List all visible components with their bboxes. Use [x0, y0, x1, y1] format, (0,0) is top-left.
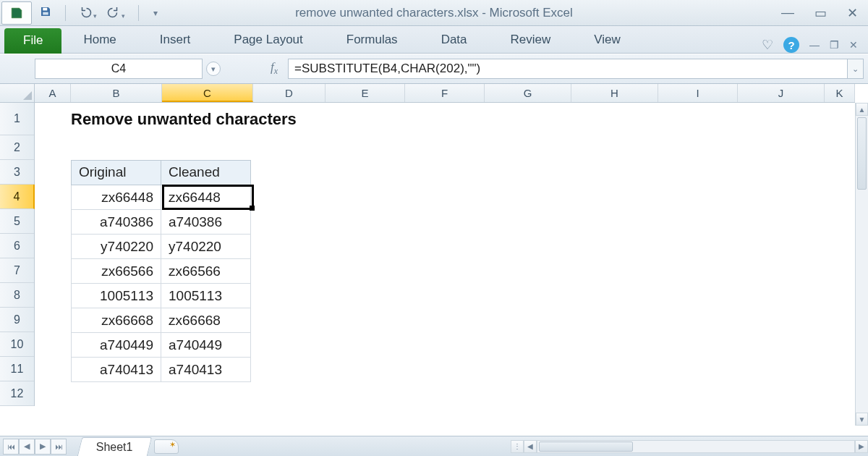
- col-header-K[interactable]: K: [825, 84, 855, 102]
- insert-function-icon[interactable]: fx: [271, 60, 278, 77]
- help-icon[interactable]: ?: [783, 37, 799, 53]
- minimize-icon[interactable]: ―: [781, 5, 794, 21]
- row-header-7[interactable]: 7: [0, 258, 34, 283]
- header-original[interactable]: Original: [72, 161, 161, 185]
- row-header-5[interactable]: 5: [0, 209, 34, 234]
- file-tab[interactable]: File: [4, 28, 61, 54]
- cell-cleaned[interactable]: zx66668: [161, 308, 251, 333]
- vscroll-thumb[interactable]: [857, 117, 867, 190]
- header-cleaned[interactable]: Cleaned: [161, 161, 251, 185]
- row-header-3[interactable]: 3: [0, 160, 34, 185]
- row-header-10[interactable]: 10: [0, 332, 34, 357]
- cell-original[interactable]: zx66448: [72, 185, 161, 210]
- cell-original[interactable]: zx66566: [72, 259, 161, 284]
- cell-original[interactable]: a740449: [72, 333, 161, 358]
- col-header-B[interactable]: B: [71, 84, 162, 102]
- new-sheet-icon[interactable]: [154, 439, 179, 454]
- excel-app-icon[interactable]: [1, 1, 32, 25]
- sheet-tab[interactable]: Sheet1: [77, 437, 152, 456]
- cell-original[interactable]: a740386: [72, 210, 161, 235]
- hscroll-splitter-icon[interactable]: ⋮: [511, 440, 524, 453]
- name-box-value: C4: [111, 62, 126, 75]
- sheet-next-icon[interactable]: ▶: [35, 439, 51, 455]
- status-bar: ⏮ ◀ ▶ ⏭ Sheet1 ⋮ ◀ ▶: [0, 436, 868, 456]
- cell-cleaned[interactable]: a740449: [161, 333, 251, 358]
- cell-cleaned[interactable]: a740413: [161, 358, 251, 382]
- col-header-I[interactable]: I: [658, 84, 738, 102]
- tab-view[interactable]: View: [572, 28, 642, 53]
- col-header-C[interactable]: C: [162, 84, 253, 102]
- sheet-prev-icon[interactable]: ◀: [19, 439, 35, 455]
- name-box-dropdown-icon[interactable]: ▾: [206, 62, 221, 76]
- save-icon[interactable]: [39, 5, 52, 20]
- close-icon[interactable]: ✕: [847, 5, 858, 21]
- redo-icon[interactable]: ▾: [107, 5, 125, 20]
- cell-cleaned[interactable]: zx66566: [161, 259, 251, 284]
- tab-home[interactable]: Home: [61, 28, 137, 53]
- col-header-H[interactable]: H: [571, 84, 658, 102]
- hscroll-thumb[interactable]: [539, 442, 633, 452]
- table-row: zx66448zx66448: [72, 185, 251, 210]
- row-header-8[interactable]: 8: [0, 283, 34, 308]
- table-row: zx66668zx66668: [72, 308, 251, 333]
- row-header-9[interactable]: 9: [0, 308, 34, 332]
- name-box[interactable]: C4 ▾: [35, 59, 203, 79]
- qat-customize-icon[interactable]: ▾: [153, 8, 158, 18]
- undo-icon[interactable]: ▾: [79, 5, 97, 20]
- table-row: y740220y740220: [72, 235, 251, 259]
- tab-review[interactable]: Review: [489, 28, 573, 53]
- data-table: Original Cleaned zx66448zx66448a740386a7…: [71, 160, 251, 382]
- sheet-title-cell: Remove unwanted characters: [71, 103, 297, 135]
- tab-formulas[interactable]: Formulas: [325, 28, 420, 53]
- row-header-1[interactable]: 1: [0, 103, 34, 135]
- row-header-4[interactable]: 4: [0, 185, 35, 209]
- table-row: a740386a740386: [72, 210, 251, 235]
- tab-page-layout[interactable]: Page Layout: [212, 28, 324, 53]
- sheet-last-icon[interactable]: ⏭: [51, 439, 67, 455]
- formula-input[interactable]: =SUBSTITUTE(B4,CHAR(202),""): [288, 59, 848, 79]
- horizontal-scrollbar[interactable]: ⋮ ◀ ▶: [511, 436, 868, 456]
- spreadsheet-grid: ABCDEFGHIJK 123456789101112 Remove unwan…: [0, 84, 868, 426]
- cell-original[interactable]: a740413: [72, 358, 161, 382]
- ribbon-tabs: File HomeInsertPage LayoutFormulasDataRe…: [0, 26, 868, 54]
- row-header-2[interactable]: 2: [0, 135, 34, 160]
- tab-insert[interactable]: Insert: [138, 28, 213, 53]
- title-bar: ▾ ▾ ▾ remove unwanted characters.xlsx - …: [0, 0, 868, 26]
- vertical-scrollbar[interactable]: ▲ ▼: [855, 103, 868, 426]
- column-headers: ABCDEFGHIJK: [0, 84, 855, 103]
- row-header-6[interactable]: 6: [0, 234, 34, 258]
- col-header-G[interactable]: G: [485, 84, 571, 102]
- minimize-ribbon-icon[interactable]: ♡: [762, 37, 773, 53]
- workbook-minimize-icon[interactable]: ―: [809, 39, 820, 51]
- col-header-F[interactable]: F: [405, 84, 485, 102]
- cells-area[interactable]: Remove unwanted characters Original Clea…: [35, 103, 855, 426]
- scroll-down-icon[interactable]: ▼: [856, 413, 868, 426]
- formula-bar: C4 ▾ fx =SUBSTITUTE(B4,CHAR(202),"") ⌄: [0, 54, 868, 84]
- col-header-A[interactable]: A: [35, 84, 71, 102]
- scroll-up-icon[interactable]: ▲: [856, 103, 868, 116]
- col-header-J[interactable]: J: [738, 84, 825, 102]
- row-headers: 123456789101112: [0, 103, 35, 406]
- cell-original[interactable]: 1005113: [72, 284, 161, 308]
- table-row: a740413a740413: [72, 358, 251, 382]
- sheet-tab-label: Sheet1: [96, 441, 133, 454]
- select-all-button[interactable]: [0, 84, 35, 102]
- maximize-icon[interactable]: ▭: [814, 5, 827, 21]
- cell-cleaned[interactable]: 1005113: [161, 284, 251, 308]
- hscroll-right-icon[interactable]: ▶: [855, 440, 868, 453]
- hscroll-left-icon[interactable]: ◀: [524, 440, 537, 453]
- tab-data[interactable]: Data: [420, 28, 489, 53]
- cell-cleaned[interactable]: y740220: [161, 235, 251, 259]
- cell-cleaned[interactable]: zx66448: [161, 185, 251, 210]
- cell-cleaned[interactable]: a740386: [161, 210, 251, 235]
- row-header-11[interactable]: 11: [0, 357, 34, 381]
- cell-original[interactable]: zx66668: [72, 308, 161, 333]
- expand-formula-bar-icon[interactable]: ⌄: [848, 59, 864, 79]
- workbook-restore-icon[interactable]: ❐: [830, 39, 839, 51]
- sheet-first-icon[interactable]: ⏮: [3, 439, 19, 455]
- cell-original[interactable]: y740220: [72, 235, 161, 259]
- row-header-12[interactable]: 12: [0, 381, 34, 406]
- col-header-D[interactable]: D: [253, 84, 326, 102]
- workbook-close-icon[interactable]: ✕: [849, 39, 858, 51]
- col-header-E[interactable]: E: [326, 84, 405, 102]
